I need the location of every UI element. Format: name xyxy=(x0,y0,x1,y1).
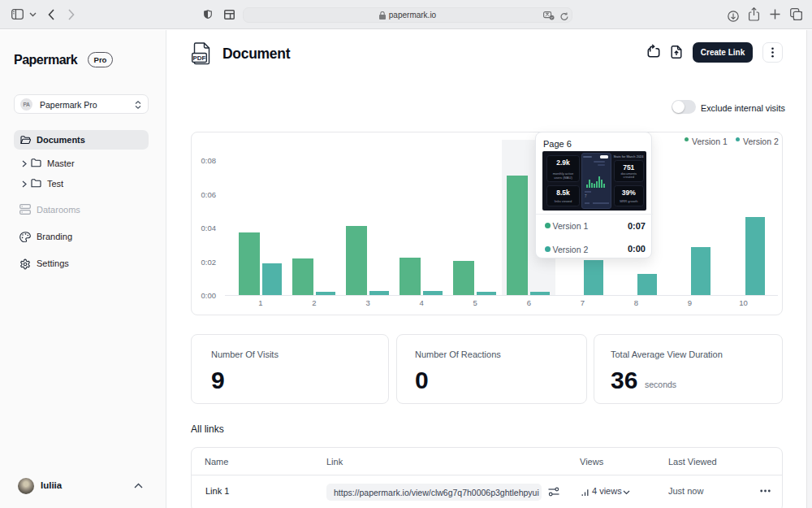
svg-text:PDF: PDF xyxy=(193,54,206,62)
